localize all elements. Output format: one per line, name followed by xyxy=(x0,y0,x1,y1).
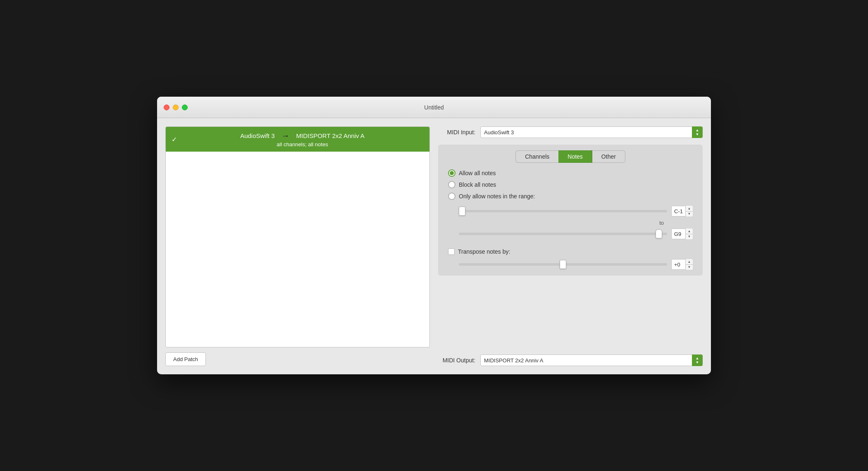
radio-range-only-label: Only allow notes in the range: xyxy=(459,193,535,200)
add-patch-button[interactable]: Add Patch xyxy=(165,352,206,366)
range-low-row: C-1 ▲ ▼ xyxy=(459,206,693,216)
range-to-label: to xyxy=(459,220,664,226)
radio-block-all[interactable]: Block all notes xyxy=(448,181,693,188)
range-low-value-wrapper: C-1 ▲ ▼ xyxy=(671,206,693,216)
notes-tab-content: Allow all notes Block all notes Only all… xyxy=(444,169,697,270)
range-high-stepper: ▲ ▼ xyxy=(685,228,693,239)
tab-notes[interactable]: Notes xyxy=(558,150,592,163)
radio-allow-all-circle xyxy=(448,169,455,177)
midi-input-row: MIDI Input: AudioSwift 3 ▲ ▼ xyxy=(438,126,703,138)
range-low-slider[interactable] xyxy=(459,210,667,212)
transpose-value-wrapper: +0 ▲ ▼ xyxy=(671,259,693,270)
transpose-checkbox-row[interactable]: Transpose notes by: xyxy=(448,248,693,255)
patch-arrow-icon: → xyxy=(281,131,290,140)
tabs-container: Channels Notes Other xyxy=(438,145,703,276)
radio-block-all-circle xyxy=(448,181,455,188)
midi-output-row: MIDI Output: MIDISPORT 2x2 Anniv A ▲ ▼ xyxy=(438,354,703,366)
transpose-slider[interactable] xyxy=(459,263,667,266)
window-body: ✓ AudioSwift 3 → MIDISPORT 2x2 Anniv A a… xyxy=(157,118,711,374)
transpose-stepper: ▲ ▼ xyxy=(685,259,693,270)
close-button[interactable] xyxy=(164,105,169,110)
patch-list: ✓ AudioSwift 3 → MIDISPORT 2x2 Anniv A a… xyxy=(165,126,430,347)
transpose-slider-row: +0 ▲ ▼ xyxy=(459,259,693,270)
transpose-section: Transpose notes by: +0 ▲ ▼ xyxy=(448,248,693,270)
transpose-checkbox[interactable] xyxy=(448,248,455,255)
midi-output-label: MIDI Output: xyxy=(438,357,475,364)
patch-input-label: AudioSwift 3 xyxy=(240,132,274,139)
traffic-lights xyxy=(164,105,188,110)
radio-allow-all[interactable]: Allow all notes xyxy=(448,169,693,177)
range-sliders-section: C-1 ▲ ▼ to xyxy=(459,206,693,239)
tab-channels[interactable]: Channels xyxy=(515,150,558,163)
tab-other[interactable]: Other xyxy=(592,150,625,163)
range-high-row: G9 ▲ ▼ xyxy=(459,228,693,239)
range-high-value-wrapper: G9 ▲ ▼ xyxy=(671,228,693,239)
range-high-stepper-down[interactable]: ▼ xyxy=(686,234,693,240)
range-high-stepper-up[interactable]: ▲ xyxy=(686,228,693,234)
left-panel: ✓ AudioSwift 3 → MIDISPORT 2x2 Anniv A a… xyxy=(165,126,430,366)
range-high-slider[interactable] xyxy=(459,233,667,235)
radio-block-all-label: Block all notes xyxy=(459,181,496,188)
transpose-label: Transpose notes by: xyxy=(458,248,510,255)
radio-group: Allow all notes Block all notes Only all… xyxy=(448,169,693,200)
range-low-stepper-down[interactable]: ▼ xyxy=(686,212,693,217)
range-low-stepper-up[interactable]: ▲ xyxy=(686,206,693,212)
radio-range-only[interactable]: Only allow notes in the range: xyxy=(448,193,693,200)
window-title: Untitled xyxy=(424,104,444,111)
transpose-stepper-down[interactable]: ▼ xyxy=(686,265,693,270)
patch-output-label: MIDISPORT 2x2 Anniv A xyxy=(296,132,365,139)
radio-range-only-circle xyxy=(448,193,455,200)
midi-output-select-wrapper: MIDISPORT 2x2 Anniv A ▲ ▼ xyxy=(480,354,703,366)
patch-check-icon: ✓ xyxy=(172,136,177,143)
midi-input-label: MIDI Input: xyxy=(438,129,475,136)
maximize-button[interactable] xyxy=(182,105,188,110)
patch-route: AudioSwift 3 → MIDISPORT 2x2 Anniv A xyxy=(240,131,365,140)
right-panel: MIDI Input: AudioSwift 3 ▲ ▼ Channels xyxy=(438,126,703,366)
main-window: Untitled ✓ AudioSwift 3 → MIDISPORT 2x2 … xyxy=(157,97,711,374)
tabs-bar: Channels Notes Other xyxy=(444,150,697,163)
midi-input-select-wrapper: AudioSwift 3 ▲ ▼ xyxy=(480,126,703,138)
titlebar: Untitled xyxy=(157,97,711,118)
patch-subtitle: all channels; all notes xyxy=(277,141,328,147)
patch-content: AudioSwift 3 → MIDISPORT 2x2 Anniv A all… xyxy=(181,131,424,147)
midi-output-select[interactable]: MIDISPORT 2x2 Anniv A xyxy=(480,354,703,366)
transpose-slider-section: +0 ▲ ▼ xyxy=(459,259,693,270)
radio-allow-all-label: Allow all notes xyxy=(459,170,496,176)
transpose-stepper-up[interactable]: ▲ xyxy=(686,259,693,265)
range-low-stepper: ▲ ▼ xyxy=(685,206,693,216)
minimize-button[interactable] xyxy=(173,105,179,110)
patch-item[interactable]: ✓ AudioSwift 3 → MIDISPORT 2x2 Anniv A a… xyxy=(166,127,429,152)
midi-input-select[interactable]: AudioSwift 3 xyxy=(480,126,703,138)
